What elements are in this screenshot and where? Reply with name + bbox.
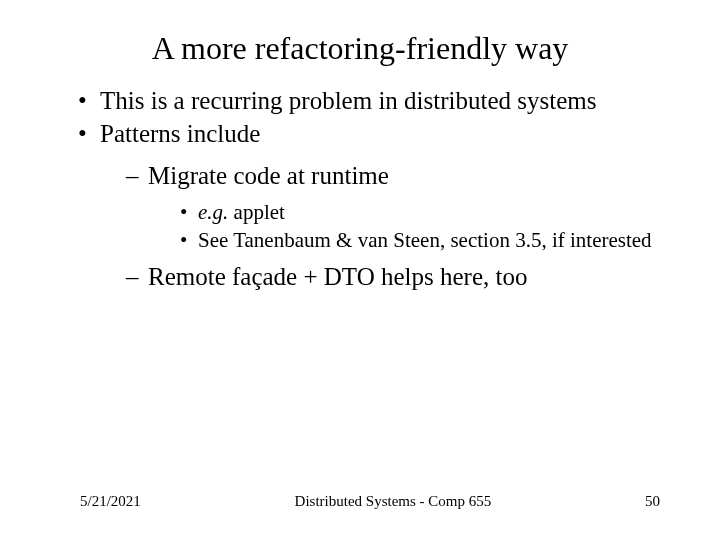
bullet-text: This is a recurring problem in distribut… (100, 87, 596, 114)
bullet-item: This is a recurring problem in distribut… (78, 85, 660, 116)
footer-date: 5/21/2021 (80, 493, 141, 510)
bullet-item: Patterns include Migrate code at runtime… (78, 118, 660, 292)
bullet-list-level1: This is a recurring problem in distribut… (60, 85, 660, 293)
slide-title: A more refactoring-friendly way (60, 30, 660, 67)
bullet-item: See Tanenbaum & van Steen, section 3.5, … (180, 227, 660, 253)
bullet-text: See Tanenbaum & van Steen, section 3.5, … (198, 228, 652, 252)
footer-course: Distributed Systems - Comp 655 (141, 493, 645, 510)
footer-page-number: 50 (645, 493, 660, 510)
bullet-item: Remote façade + DTO helps here, too (126, 261, 660, 292)
slide-footer: 5/21/2021 Distributed Systems - Comp 655… (0, 493, 720, 510)
bullet-item: e.g. applet (180, 199, 660, 225)
bullet-text: Migrate code at runtime (148, 162, 389, 189)
bullet-text-italic: e.g. (198, 200, 228, 224)
bullet-text: Remote façade + DTO helps here, too (148, 263, 527, 290)
bullet-list-level2: Migrate code at runtime e.g. applet See … (100, 160, 660, 293)
slide-content: This is a recurring problem in distribut… (60, 85, 660, 293)
bullet-text: Patterns include (100, 120, 260, 147)
bullet-item: Migrate code at runtime e.g. applet See … (126, 160, 660, 254)
bullet-text: applet (228, 200, 285, 224)
slide: A more refactoring-friendly way This is … (0, 0, 720, 540)
bullet-list-level3: e.g. applet See Tanenbaum & van Steen, s… (148, 199, 660, 254)
